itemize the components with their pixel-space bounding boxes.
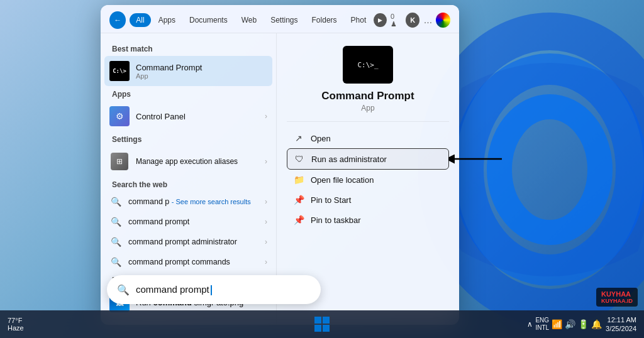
cmd-title: Command Prompt — [136, 63, 267, 72]
taskbar-center — [313, 315, 331, 333]
control-panel-icon: ⚙ — [109, 106, 130, 126]
svg-rect-5 — [314, 317, 321, 324]
svg-rect-8 — [323, 325, 330, 332]
svg-point-2 — [499, 107, 600, 232]
more-dots-button[interactable]: … — [421, 15, 435, 25]
battery-icon[interactable]: 🔋 — [578, 319, 589, 329]
web-result-text-1: command prompt — [128, 217, 258, 226]
see-more-label: - See more search results — [172, 198, 251, 205]
svg-point-0 — [436, 31, 644, 308]
back-button[interactable]: ← — [109, 11, 126, 29]
web-result-0[interactable]: 🔍 command p - See more search results › — [101, 192, 276, 212]
cmd-subtitle: App — [136, 72, 267, 80]
search-bar-icon: 🔍 — [117, 284, 130, 296]
filter-tabs-bar: ← All Apps Documents Web Settings Folder… — [101, 5, 459, 33]
taskbar-left: 77°F Haze — [8, 317, 30, 332]
svg-point-1 — [468, 69, 631, 270]
settings-label: Settings — [101, 131, 276, 146]
best-match-item[interactable]: C:\> Command Prompt App — [104, 56, 272, 86]
control-panel-item[interactable]: ⚙ Control Panel › — [101, 101, 276, 131]
search-web-label: Search the web — [101, 177, 276, 192]
folder-icon: 📁 — [293, 175, 304, 185]
search-cursor — [211, 285, 212, 295]
svg-rect-6 — [323, 317, 330, 324]
chevron-up-icon[interactable]: ∧ — [527, 320, 533, 329]
manage-aliases-title: Manage app execution aliases — [136, 157, 258, 166]
cmd-icon: C:\> — [109, 61, 130, 81]
notification-icon[interactable]: 🔔 — [591, 319, 602, 329]
taskbar-weather: 77°F Haze — [8, 317, 24, 332]
tab-settings[interactable]: Settings — [264, 13, 304, 27]
tab-folders[interactable]: Folders — [306, 13, 343, 27]
tab-documents[interactable]: Documents — [183, 13, 234, 27]
control-panel-title: Control Panel — [136, 112, 258, 121]
search-icon-3: 🔍 — [109, 256, 122, 268]
settings-icon: ⊞ — [111, 153, 128, 170]
search-bar-text: command prompt — [136, 284, 212, 295]
web-result-text-0: command p - See more search results — [128, 197, 258, 206]
tab-web[interactable]: Web — [235, 13, 263, 27]
wifi-icon[interactable]: 📶 — [552, 319, 562, 329]
volume-icon[interactable]: 🔊 — [565, 319, 575, 329]
divider — [287, 121, 449, 122]
taskbar: 77°F Haze ∧ ENGINTL 📶 🔊 🔋 🔔 12:11 AM 3/2… — [0, 310, 644, 338]
pin-taskbar-icon: 📌 — [293, 215, 304, 225]
windows-logo-icon[interactable] — [313, 315, 331, 333]
play-button[interactable]: ▶ — [374, 13, 387, 27]
colorball-icon[interactable] — [436, 13, 450, 28]
taskbar-clock[interactable]: 12:11 AM 3/25/2024 — [606, 315, 636, 334]
web-result-2[interactable]: 🔍 command prompt administrator › — [101, 232, 276, 252]
app-big-type: App — [361, 104, 374, 112]
web-result-3[interactable]: 🔍 command prompt commands › — [101, 252, 276, 272]
action-pin-taskbar[interactable]: 📌 Pin to taskbar — [287, 210, 449, 230]
app-big-name: Command Prompt — [321, 90, 414, 102]
language-label: ENGINTL — [535, 317, 549, 332]
shield-icon: 🛡 — [294, 154, 305, 164]
tab-phot[interactable]: Phot — [345, 13, 373, 27]
web-result-text-2: command prompt administrator — [128, 237, 258, 246]
tab-apps[interactable]: Apps — [152, 13, 182, 27]
apps-label: Apps — [101, 86, 276, 101]
best-match-label: Best match — [101, 41, 276, 56]
action-open[interactable]: ↗ Open — [287, 128, 449, 148]
taskbar-right: ∧ ENGINTL 📶 🔊 🔋 🔔 12:11 AM 3/25/2024 — [527, 315, 636, 334]
control-panel-arrow: › — [265, 112, 267, 121]
web-result-arrow-2: › — [265, 237, 267, 246]
tab-all[interactable]: All — [130, 13, 150, 27]
web-result-arrow-3: › — [265, 258, 267, 266]
taskbar-system-icons: ∧ ENGINTL 📶 🔊 🔋 🔔 — [527, 317, 602, 332]
web-result-text-3: command prompt commands — [128, 258, 258, 266]
score-label: 0 ♟ — [388, 13, 404, 28]
web-result-1[interactable]: 🔍 command prompt › — [101, 212, 276, 232]
k-avatar: K — [406, 13, 420, 28]
taskbar-date-line2: 3/25/2024 — [606, 324, 636, 333]
manage-aliases-arrow: › — [265, 157, 267, 166]
web-result-arrow-1: › — [265, 217, 267, 226]
search-bar[interactable]: 🔍 command prompt — [107, 275, 321, 304]
web-result-arrow-0: › — [265, 197, 267, 206]
taskbar-time-line1: 12:11 AM — [606, 315, 636, 324]
search-icon-0: 🔍 — [109, 195, 122, 208]
app-big-icon: C:\>_ — [343, 46, 393, 84]
open-icon: ↗ — [293, 133, 304, 143]
svg-rect-7 — [314, 325, 321, 332]
action-open-file-location[interactable]: 📁 Open file location — [287, 170, 449, 190]
action-run-as-admin[interactable]: 🛡 Run as administrator — [287, 148, 449, 170]
pin-start-icon: 📌 — [293, 195, 304, 205]
search-icon-2: 🔍 — [109, 236, 122, 248]
action-pin-start[interactable]: 📌 Pin to Start — [287, 190, 449, 210]
kuyhaa-watermark: KUYHAA KUYHAA.ID — [596, 288, 638, 307]
search-icon-1: 🔍 — [109, 215, 122, 228]
manage-aliases-item[interactable]: ⊞ Manage app execution aliases › — [101, 146, 276, 177]
arrow-annotation — [448, 153, 505, 165]
